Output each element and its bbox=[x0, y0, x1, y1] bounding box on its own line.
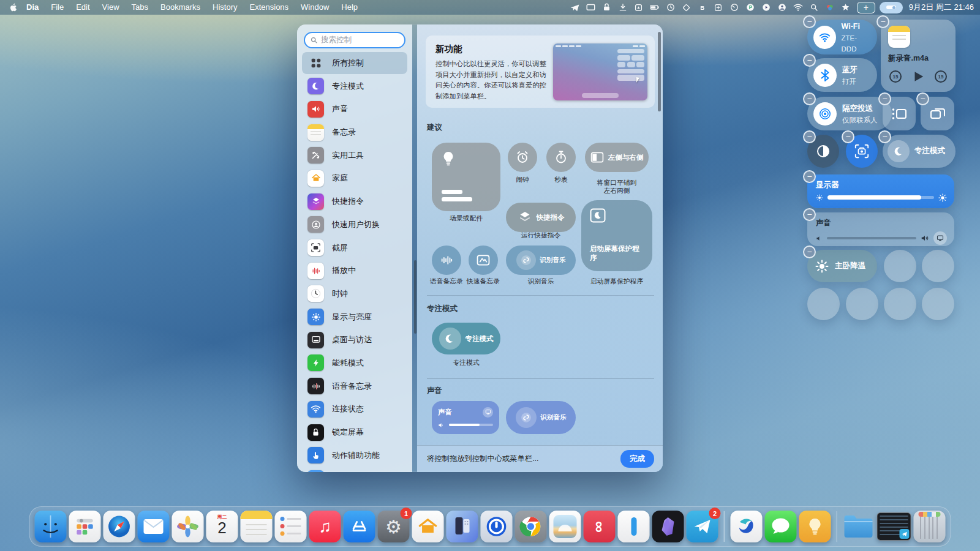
p-app-icon[interactable]: P bbox=[744, 1, 757, 13]
dock-messages[interactable] bbox=[764, 511, 796, 542]
cc-screenshot-tile[interactable]: − bbox=[846, 135, 878, 168]
search-icon[interactable] bbox=[807, 1, 821, 13]
dock-music[interactable]: ♫ bbox=[309, 511, 341, 542]
play-button[interactable] bbox=[911, 70, 925, 83]
menu-bar-clock[interactable]: 9月2日 周二 21:46 bbox=[909, 2, 974, 13]
dock-horizon[interactable] bbox=[549, 511, 581, 542]
sidebar-item-家庭[interactable]: 家庭 bbox=[302, 167, 407, 189]
dock-finder[interactable] bbox=[35, 511, 67, 542]
dock-apps[interactable] bbox=[69, 511, 101, 542]
wifi-icon[interactable] bbox=[791, 1, 805, 13]
done-button[interactable]: 完成 bbox=[620, 450, 654, 468]
sound-airplay-button[interactable] bbox=[933, 231, 947, 245]
shazam-tile[interactable]: 识别音乐 bbox=[506, 246, 576, 275]
menu-help[interactable]: Help bbox=[336, 0, 363, 15]
sidebar-item-partial[interactable] bbox=[302, 467, 407, 472]
remove-badge-stage[interactable]: − bbox=[878, 92, 891, 105]
sidebar-item-截屏[interactable]: 截屏 bbox=[302, 237, 407, 259]
menu-window[interactable]: Window bbox=[295, 0, 334, 15]
play-circle-icon[interactable] bbox=[760, 1, 773, 13]
skip-forward-15-button[interactable]: 15 bbox=[935, 70, 947, 83]
remove-badge-display[interactable]: − bbox=[803, 170, 816, 183]
dock-red-app[interactable]: ∞ bbox=[584, 511, 616, 542]
timer-icon[interactable] bbox=[728, 1, 741, 13]
menu-bookmarks[interactable]: Bookmarks bbox=[155, 0, 206, 15]
sidebar-item-锁定屏幕[interactable]: 锁定屏幕 bbox=[302, 421, 407, 443]
dock-telegram[interactable]: 2 bbox=[687, 511, 718, 542]
remove-badge-wifi[interactable]: − bbox=[803, 15, 816, 28]
dock-1password[interactable] bbox=[481, 511, 513, 542]
color-app-icon[interactable] bbox=[823, 1, 837, 13]
dock-calendar[interactable]: 周二2 bbox=[206, 511, 238, 542]
tile-left-right-tile[interactable]: 左侧与右侧 bbox=[585, 143, 649, 172]
remove-badge-airdrop[interactable]: − bbox=[803, 92, 816, 105]
diamond-app-icon[interactable] bbox=[680, 1, 693, 13]
remove-badge-scene[interactable]: − bbox=[803, 246, 816, 258]
menu-tabs[interactable]: Tabs bbox=[126, 0, 154, 15]
remove-badge-screenshot[interactable]: − bbox=[842, 130, 854, 143]
brightness-slider[interactable] bbox=[827, 196, 934, 199]
remove-badge-memo[interactable]: − bbox=[876, 15, 889, 28]
cc-voice-memo-widget[interactable]: − 新录音.m4a 15 15 bbox=[881, 20, 956, 92]
remove-badge-bluetooth[interactable]: − bbox=[803, 54, 816, 67]
sidebar-item-快捷指令[interactable]: 快捷指令 bbox=[302, 190, 407, 212]
dock-folder[interactable] bbox=[843, 511, 875, 542]
grid-app-icon[interactable] bbox=[712, 1, 725, 13]
remove-badge-sound[interactable]: − bbox=[803, 208, 816, 221]
star-icon[interactable] bbox=[839, 1, 853, 13]
cc-screen-mirroring-tile[interactable]: − bbox=[921, 97, 954, 130]
dock-blue-app[interactable] bbox=[618, 511, 650, 542]
cc-contrast-tile[interactable]: − bbox=[807, 135, 839, 168]
focus-mode-tile[interactable]: 专注模式 bbox=[432, 323, 500, 354]
dock-window-thumb[interactable] bbox=[877, 512, 911, 541]
dock-safari[interactable] bbox=[104, 511, 135, 542]
user-circle-icon[interactable] bbox=[775, 1, 789, 13]
dock-settings[interactable]: ⚙1 bbox=[378, 511, 410, 542]
remove-badge-contrast[interactable]: − bbox=[803, 130, 816, 143]
telegram-icon[interactable] bbox=[568, 1, 582, 13]
dock-trash[interactable] bbox=[914, 511, 946, 542]
gallery-scrollbar[interactable] bbox=[658, 32, 661, 111]
menu-edit[interactable]: Edit bbox=[70, 0, 95, 15]
screensaver-tile[interactable]: 启动屏幕保护程序 bbox=[581, 200, 652, 271]
sidebar-item-播放中[interactable]: 播放中 bbox=[302, 260, 407, 282]
quick-note-tile[interactable] bbox=[469, 246, 498, 275]
dock-appstore[interactable] bbox=[344, 511, 375, 542]
cc-display-tile[interactable]: − 显示器 bbox=[807, 174, 954, 208]
dock-chrome[interactable] bbox=[515, 511, 547, 542]
search-input[interactable]: 搜索控制 bbox=[304, 32, 405, 48]
voice-memo-tile[interactable] bbox=[432, 246, 461, 275]
sidebar-item-专注模式[interactable]: 专注模式 bbox=[302, 75, 407, 97]
skip-back-15-button[interactable]: 15 bbox=[889, 70, 902, 83]
box-app-icon[interactable] bbox=[632, 1, 646, 13]
dock-iphone-mirroring[interactable] bbox=[447, 511, 478, 542]
dock-home[interactable] bbox=[412, 511, 444, 542]
stopwatch-tile[interactable] bbox=[546, 143, 576, 172]
cc-focus-tile[interactable]: − 专注模式 bbox=[883, 135, 956, 168]
dock-photos[interactable] bbox=[172, 511, 204, 542]
sound-shazam-tile[interactable]: 识别音乐 bbox=[506, 401, 576, 434]
display-icon[interactable] bbox=[584, 1, 598, 13]
battery-icon[interactable] bbox=[648, 1, 662, 13]
dock-dia[interactable] bbox=[730, 511, 762, 542]
sidebar-item-连接状态[interactable]: 连接状态 bbox=[302, 398, 407, 420]
menu-history[interactable]: History bbox=[207, 0, 243, 15]
new-tab-plus-button[interactable]: + bbox=[857, 2, 875, 13]
dock-mail[interactable] bbox=[138, 511, 170, 542]
sidebar-item-显示与亮度[interactable]: 显示与亮度 bbox=[302, 306, 407, 328]
sidebar-item-动作辅助功能[interactable]: 动作辅助功能 bbox=[302, 444, 407, 467]
sound-volume-tile[interactable]: 声音 bbox=[432, 401, 499, 434]
volume-slider[interactable] bbox=[827, 237, 916, 239]
sidebar-scrollbar[interactable] bbox=[414, 260, 417, 334]
control-center-menu-icon[interactable] bbox=[880, 2, 903, 13]
menu-view[interactable]: View bbox=[97, 0, 125, 15]
clock-app-icon[interactable] bbox=[664, 1, 677, 13]
download-icon[interactable] bbox=[616, 1, 630, 13]
dock-obsidian[interactable] bbox=[652, 511, 684, 542]
cc-bluetooth-tile[interactable]: − 蓝牙 打开 bbox=[807, 58, 877, 92]
sidebar-item-桌面与访达[interactable]: 桌面与访达 bbox=[302, 329, 407, 351]
sidebar-item-能耗模式[interactable]: 能耗模式 bbox=[302, 352, 407, 374]
cc-home-scene-tile[interactable]: − 主卧降温 bbox=[807, 250, 877, 282]
alarm-tile[interactable] bbox=[508, 143, 537, 172]
sidebar-item-备忘录[interactable]: 备忘录 bbox=[302, 121, 407, 143]
